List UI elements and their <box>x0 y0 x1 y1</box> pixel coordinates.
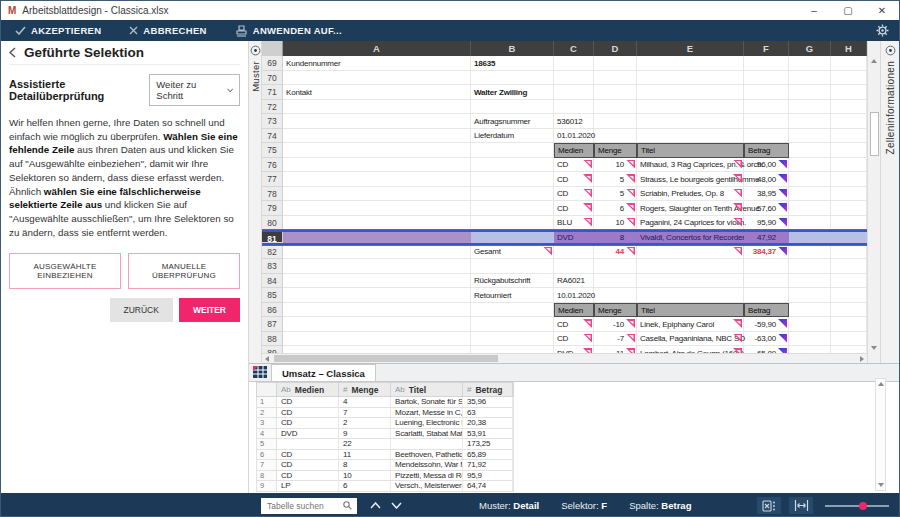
cell-E78[interactable]: Scriabin, Preludes, Op. 8 <box>637 187 744 202</box>
cell-E72[interactable] <box>637 100 744 115</box>
column-header-D[interactable]: D <box>594 41 637 56</box>
cell-B73[interactable]: Auftragsnummer <box>471 114 554 129</box>
preview-cell[interactable]: 6 <box>339 481 391 491</box>
row-header-89[interactable]: 89 <box>262 346 283 353</box>
cell-H78[interactable] <box>831 187 867 202</box>
cell-C82[interactable] <box>554 245 594 260</box>
cell-G89[interactable] <box>789 346 831 353</box>
vertical-scrollbar[interactable] <box>867 41 880 363</box>
scroll-down-icon[interactable] <box>871 346 877 350</box>
cell-C75[interactable]: Medien <box>554 143 594 158</box>
cell-A85[interactable] <box>283 288 471 303</box>
pin-panel-icon[interactable] <box>885 45 896 56</box>
cell-G82[interactable] <box>789 245 831 260</box>
row-header-78[interactable]: 78 <box>262 187 283 202</box>
scroll-right-icon[interactable] <box>860 356 864 362</box>
preview-row-8[interactable]: 8CD10Pizzetti, Messa di Re...95,9 <box>256 471 514 482</box>
cell-B81[interactable] <box>471 232 554 243</box>
cell-A87[interactable] <box>283 317 471 332</box>
cell-B71[interactable]: Walter Zwilling <box>471 85 554 100</box>
row-header-87[interactable]: 87 <box>262 317 283 332</box>
settings-button[interactable] <box>866 24 899 37</box>
cell-H86[interactable] <box>831 303 867 318</box>
cell-A77[interactable] <box>283 172 471 187</box>
preview-cell[interactable]: CD <box>277 418 339 428</box>
cell-C69[interactable] <box>554 56 594 71</box>
cell-C77[interactable]: CD <box>554 172 594 187</box>
cell-G88[interactable] <box>789 332 831 347</box>
row-header-79[interactable]: 79 <box>262 201 283 216</box>
cell-E83[interactable] <box>637 259 744 274</box>
cell-B84[interactable]: Rückgabutschrift <box>471 274 554 289</box>
cell-B74[interactable]: Lieferdatum <box>471 129 554 144</box>
horizontal-scroll-thumb[interactable] <box>274 355 498 362</box>
cancel-button[interactable]: ABBRECHEN <box>115 20 220 41</box>
cell-H81[interactable] <box>831 232 867 243</box>
cell-G69[interactable] <box>789 56 831 71</box>
cell-H77[interactable] <box>831 172 867 187</box>
column-header-E[interactable]: E <box>637 41 744 56</box>
cell-G85[interactable] <box>789 288 831 303</box>
preview-scroll-up-icon[interactable] <box>878 382 884 386</box>
cell-A84[interactable] <box>283 274 471 289</box>
maximize-button[interactable]: ▢ <box>831 1 865 20</box>
cell-D85[interactable] <box>594 288 637 303</box>
preview-row-7[interactable]: 7CD8Mendelssohn, War M...71,92 <box>256 460 514 471</box>
cell-C71[interactable] <box>554 85 594 100</box>
cell-C89[interactable]: DVD <box>554 346 594 353</box>
cell-F70[interactable] <box>744 71 789 86</box>
cell-D80[interactable]: 10 <box>594 216 637 231</box>
preview-cell[interactable]: LP <box>277 481 339 491</box>
cell-H73[interactable] <box>831 114 867 129</box>
preview-cell[interactable]: Scarlatti, Stabat Mater <box>391 429 463 439</box>
cell-F83[interactable] <box>744 259 789 274</box>
cell-G87[interactable] <box>789 317 831 332</box>
cell-F81[interactable]: 47,92 <box>744 232 789 243</box>
preview-row-3[interactable]: 3CD2Luening, Electronic M...20,38 <box>256 418 514 429</box>
include-selected-button[interactable]: AUSGEWÄHLTE EINBEZIEHEN <box>9 253 121 289</box>
row-header-86[interactable]: 86 <box>262 303 283 318</box>
cell-E71[interactable] <box>637 85 744 100</box>
preview-cell[interactable]: CD <box>277 471 339 481</box>
cell-A74[interactable] <box>283 129 471 144</box>
row-header-72[interactable]: 72 <box>262 100 283 115</box>
apply-to-button[interactable]: ANWENDEN AUF... <box>221 20 356 41</box>
cell-E73[interactable] <box>637 114 744 129</box>
preview-cell[interactable]: Versch., Meisterwerk... <box>391 481 463 491</box>
cell-D71[interactable] <box>594 85 637 100</box>
column-header-H[interactable]: H <box>831 41 867 56</box>
column-header-F[interactable]: F <box>744 41 789 56</box>
preview-cell[interactable] <box>391 439 463 449</box>
cell-C80[interactable]: BLU <box>554 216 594 231</box>
cell-B86[interactable] <box>471 303 554 318</box>
preview-cell[interactable]: 8 <box>339 460 391 470</box>
select-all-corner[interactable] <box>262 41 283 56</box>
preview-cell[interactable]: Beethoven, Pathetiqu... <box>391 450 463 460</box>
cell-A78[interactable] <box>283 187 471 202</box>
row-header-69[interactable]: 69 <box>262 56 283 71</box>
preview-col-header-menge[interactable]: #Menge <box>339 383 391 396</box>
cell-H75[interactable] <box>831 143 867 158</box>
cell-D76[interactable]: 10 <box>594 158 637 173</box>
cell-A75[interactable] <box>283 143 471 158</box>
row-header-84[interactable]: 84 <box>262 274 283 289</box>
cell-A81[interactable] <box>283 232 471 243</box>
row-header-70[interactable]: 70 <box>262 71 283 86</box>
cell-G78[interactable] <box>789 187 831 202</box>
preview-cell[interactable]: Bartok, Sonate für So... <box>391 397 463 407</box>
cell-C88[interactable]: CD <box>554 332 594 347</box>
preview-cell[interactable]: 2 <box>339 418 391 428</box>
preview-cell[interactable]: 22 <box>339 439 391 449</box>
pin-panel-icon[interactable] <box>250 45 261 56</box>
preview-col-header-medien[interactable]: AbMedien <box>277 383 339 396</box>
cell-D77[interactable]: 5 <box>594 172 637 187</box>
cell-E76[interactable]: Milhaud, 3 Rag Caprices, pn. & orch. <box>637 158 744 173</box>
preview-col-header-betrag[interactable]: #Betrag <box>463 383 513 396</box>
cell-H84[interactable] <box>831 274 867 289</box>
preview-cell[interactable]: CD <box>277 408 339 418</box>
cell-C86[interactable]: Medien <box>554 303 594 318</box>
cell-F75[interactable]: Betrag <box>744 143 789 158</box>
preview-cell[interactable]: 65,89 <box>463 450 513 460</box>
cell-G80[interactable] <box>789 216 831 231</box>
cell-C79[interactable]: CD <box>554 201 594 216</box>
